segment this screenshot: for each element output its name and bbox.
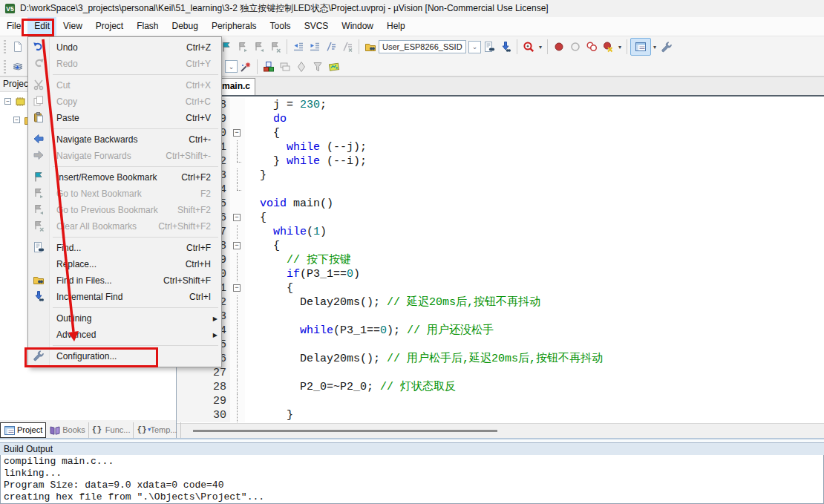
code-line[interactable]: 21− { (177, 281, 824, 295)
toolbar-grip[interactable] (4, 40, 6, 53)
code-line[interactable]: 24 while(P3_1==0); // 用户还没松手 (177, 324, 824, 338)
find-in-files-button[interactable] (362, 38, 379, 56)
bottom-tab-books[interactable]: Books (46, 422, 89, 438)
disable-all-breakpoints-button[interactable] (583, 38, 600, 56)
dropdown-arrow-icon[interactable]: ▾ (618, 44, 621, 50)
insert-breakpoint-icon (553, 41, 565, 53)
code-line[interactable]: 30 } (177, 408, 824, 422)
enable-breakpoint-button[interactable] (567, 38, 583, 56)
code-line[interactable]: 8 j = 230; (177, 98, 824, 112)
clear-bookmarks-button[interactable] (267, 38, 284, 56)
prev-bookmark-button[interactable] (251, 38, 267, 56)
menu-item-outlining[interactable]: Outlining▶ (28, 310, 221, 327)
menu-item-paste[interactable]: PasteCtrl+V (28, 110, 221, 126)
scrollbar-thumb[interactable] (193, 430, 497, 432)
bottom-tab-func[interactable]: {}Func... (89, 422, 134, 438)
build-output-header[interactable]: Build Output (0, 442, 824, 455)
menu-item-advanced[interactable]: Advanced▶ (28, 327, 221, 343)
code-line[interactable]: 10− { (177, 126, 824, 140)
dropdown-arrow-icon[interactable]: ▾ (539, 44, 542, 50)
fold-margin[interactable]: − (230, 281, 245, 295)
code-line[interactable]: 18− { (177, 239, 824, 253)
menu-item-find[interactable]: Find...Ctrl+F (28, 240, 221, 256)
bottom-tab-project[interactable]: Project (0, 422, 46, 438)
next-bookmark-button[interactable] (235, 38, 251, 56)
build-button[interactable] (261, 58, 277, 76)
code-text (245, 183, 260, 197)
code-line[interactable]: 17 while(1) (177, 225, 824, 239)
comment-button[interactable] (323, 38, 339, 56)
code-line[interactable]: 23 (177, 310, 824, 324)
fold-margin[interactable]: − (230, 211, 245, 225)
stop-build-button[interactable] (310, 58, 326, 76)
menu-item-replace[interactable]: Replace...Ctrl+H (28, 256, 221, 272)
incremental-find-button[interactable] (497, 38, 514, 56)
toolbar-search-combo[interactable]: User_ESP8266_SSID (379, 40, 466, 53)
code-line[interactable]: 19 // 按下按键 (177, 253, 824, 267)
menu-item-configuration[interactable]: Configuration... (28, 348, 221, 364)
code-text: { (245, 126, 280, 140)
code-line[interactable]: 26 Delay20ms(); // 用户松手后,延迟20ms后,按钮不再抖动 (177, 352, 824, 366)
bottom-tab-temp[interactable]: {}▾Temp... (134, 422, 180, 438)
dropdown-arrow-icon[interactable]: ▾ (653, 44, 656, 50)
new-file-button[interactable] (10, 38, 26, 56)
fold-margin[interactable]: − (230, 239, 245, 253)
build-output-line: linking... (4, 468, 820, 480)
flash-wand-button[interactable] (238, 58, 254, 76)
download-sheets-button[interactable] (10, 58, 26, 76)
code-line[interactable]: 12 } while (--i); (177, 154, 824, 168)
menu-debug[interactable]: Debug (166, 17, 205, 36)
toolbar-grip[interactable] (4, 60, 6, 73)
uncomment-button[interactable] (339, 38, 356, 56)
menu-bar: FileEditViewProjectFlashDebugPeripherals… (0, 17, 824, 36)
expander-icon[interactable]: − (4, 98, 11, 105)
indent-button[interactable] (307, 38, 323, 56)
code-line[interactable]: 9 do (177, 112, 824, 126)
menu-project[interactable]: Project (89, 17, 130, 36)
code-line[interactable]: 13} (177, 168, 824, 183)
translate-button[interactable] (293, 58, 310, 76)
code-area[interactable]: 8 j = 230;9 do10− {11 while (--j);12 } w… (177, 98, 824, 423)
find-button[interactable] (481, 38, 497, 56)
code-line[interactable]: 29 (177, 394, 824, 408)
menu-item-find-in-files[interactable]: Find in Files...Ctrl+Shift+F (28, 272, 221, 289)
code-line[interactable]: 16−{ (177, 211, 824, 225)
editor-horizontal-scrollbar[interactable] (177, 423, 824, 438)
fold-margin[interactable]: − (230, 126, 245, 140)
download-button[interactable] (326, 58, 342, 76)
menu-item-undo[interactable]: UndoCtrl+Z (28, 39, 221, 56)
code-line[interactable]: 27 (177, 366, 824, 380)
code-line[interactable]: 14 (177, 183, 824, 197)
insert-breakpoint-button[interactable] (551, 38, 567, 56)
menu-item-incremental-find[interactable]: Incremental FindCtrl+I (28, 289, 221, 305)
menu-view[interactable]: View (56, 17, 89, 36)
menu-svcs[interactable]: SVCS (298, 17, 336, 36)
batch-build-button[interactable] (277, 58, 293, 76)
code-line[interactable]: 22 Delay20ms(); // 延迟20ms后,按钮不再抖动 (177, 295, 824, 310)
menu-tools[interactable]: Tools (264, 17, 298, 36)
combo-dropdown-button[interactable]: ⌄ (225, 60, 238, 73)
menu-item-navigate-backwards[interactable]: Navigate BackwardsCtrl+- (28, 131, 221, 148)
menu-peripherals[interactable]: Peripherals (205, 17, 264, 36)
menu-window[interactable]: Window (335, 17, 380, 36)
kill-all-breakpoints-button[interactable] (600, 38, 616, 56)
unindent-button[interactable] (290, 38, 307, 56)
code-line[interactable]: 15void main() (177, 197, 824, 211)
menu-edit[interactable]: Edit (27, 17, 56, 36)
code-line[interactable]: 28 P2_0=~P2_0; // 灯状态取反 (177, 380, 824, 394)
menu-item-label: Configuration... (56, 351, 211, 361)
submenu-arrow-icon: ▶ (213, 332, 218, 338)
menu-flash[interactable]: Flash (130, 17, 165, 36)
window-select-button[interactable] (630, 38, 651, 56)
configuration-wrench-button[interactable] (658, 38, 675, 56)
search-dropdown-button[interactable] (520, 38, 537, 56)
menu-file[interactable]: File (0, 17, 27, 36)
menu-help[interactable]: Help (380, 17, 412, 36)
code-line[interactable]: 11 while (--j); (177, 140, 824, 154)
tab-main-c[interactable]: main.c (217, 78, 255, 95)
expander-icon[interactable]: − (13, 117, 20, 123)
code-line[interactable]: 20 if(P3_1==0) (177, 267, 824, 281)
code-line[interactable]: 25 (177, 338, 824, 352)
menu-item-insert-remove-bookmark[interactable]: Insert/Remove BookmarkCtrl+F2 (28, 169, 221, 186)
combo-dropdown-button[interactable]: ⌄ (468, 41, 481, 53)
